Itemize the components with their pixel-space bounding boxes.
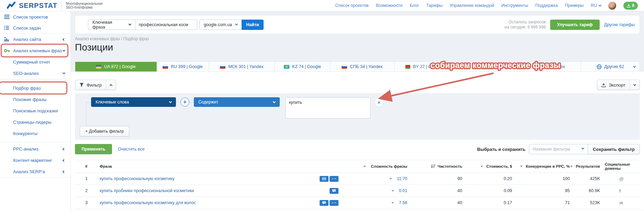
logo[interactable]: SERPSTAT Многофункциональная SEO-платфор… [7, 1, 103, 10]
sort-desc-icon [431, 164, 435, 168]
upgrade-plan-button[interactable]: Улучшить тариф [550, 20, 600, 30]
tab-spb-yandex[interactable]: СПБ 34 | Yandex [330, 62, 395, 71]
sidebar-item-competitors[interactable]: Конкуренты [0, 128, 70, 139]
more-options-icon[interactable] [330, 200, 338, 206]
chevron-down-icon [633, 83, 636, 86]
serpstat-app: SERPSTAT Многофункциональная SEO-платфор… [0, 0, 644, 211]
save-filter-label: Выбрать и сохранить [477, 147, 525, 152]
add-filter-button[interactable]: + Добавить фильтр [80, 126, 129, 136]
phrase-link[interactable]: купить профессиональную косметику [100, 176, 175, 181]
sidebar-item-tasks[interactable]: Список задач [0, 22, 70, 33]
dropdown-triangle-icon[interactable] [391, 202, 394, 204]
list-icon[interactable] [320, 176, 329, 182]
avatar[interactable] [608, 2, 616, 10]
sidebar-item-similar-phrases[interactable]: Похожие фразы [0, 94, 70, 105]
nav-features-link[interactable]: Возможности [376, 3, 402, 8]
key-icon [4, 48, 13, 53]
tab-ua-google[interactable]: UA 872 | Google [75, 62, 157, 71]
col-header-social: Социальные домены [600, 162, 640, 170]
nav-tools-link[interactable]: Инструменты [501, 3, 528, 8]
belarus-flag-icon [405, 65, 410, 69]
comment-icon[interactable] [320, 200, 329, 206]
language-selector[interactable]: RU [591, 3, 601, 8]
export-button[interactable]: Экспорт [597, 80, 640, 90]
col-header-competition[interactable]: Конкуренция в PPC, % [512, 164, 570, 168]
sidebar-item-phrase-selection[interactable]: Подбор фраз [0, 82, 70, 94]
search-input[interactable] [135, 20, 197, 30]
tab-kz-google[interactable]: KZ 74 | Google [275, 62, 330, 71]
tab-msk-yandex[interactable]: МСК 301 | Yandex [209, 62, 275, 71]
sidebar-item-content-marketing[interactable]: Контент-маркетинг [0, 155, 70, 166]
chevron-down-icon [235, 23, 238, 25]
funnel-icon [79, 83, 84, 87]
ukraine-flag-icon [96, 65, 101, 69]
sidebar-item-top-pages[interactable]: Страницы-лидеры [0, 116, 70, 128]
sidebar-item-search-suggestions[interactable]: Поисковые подсказки [0, 105, 70, 116]
nav-support-link[interactable]: Поддержка [535, 3, 558, 8]
row-number: 2 [75, 188, 100, 193]
comment-icon[interactable] [330, 188, 338, 194]
difficulty-value[interactable]: 7.56 [399, 200, 407, 205]
russia-flag-icon [220, 65, 225, 69]
other-plans-link[interactable]: Другие тарифы [604, 22, 635, 27]
nav-pricing-link[interactable]: Тарифы [426, 3, 442, 8]
russia-flag-icon [342, 65, 347, 69]
clear-all-link[interactable]: Очистить все [118, 147, 145, 152]
difficulty-value[interactable]: 0.01 [399, 188, 407, 193]
apply-button[interactable]: Применить [75, 144, 112, 154]
nav-examples-link[interactable]: Примеры [565, 3, 584, 8]
search-region-select[interactable]: google.com.ua [199, 20, 242, 30]
sidebar-item-site-analysis[interactable]: Анализ сайта [0, 34, 70, 45]
filter-field-select[interactable]: Ключевые слова [91, 97, 176, 107]
chevron-down-icon [599, 3, 601, 6]
col-header-frequency[interactable]: Частотность [407, 164, 462, 168]
difficulty-value[interactable]: 11.70 [397, 176, 407, 181]
sort-icon [520, 166, 523, 167]
search-panel: Ключевая фраза google.com.ua Найти Остал… [75, 15, 640, 34]
competition-value: 100 [512, 176, 570, 181]
search-type-select[interactable]: Ключевая фраза [88, 20, 135, 30]
results-value: 60.9K [570, 188, 600, 193]
dropdown-triangle-icon[interactable] [389, 178, 392, 180]
sidebar-item-keyword-analysis[interactable]: Анализ ключевых фраз [0, 45, 70, 56]
logo-separator [62, 1, 62, 10]
filter-condition-select[interactable]: Содержит [194, 97, 280, 107]
sidebar-item-serp-analysis[interactable]: Анализ SERP'a [0, 166, 70, 177]
filter-name-input[interactable] [529, 144, 588, 154]
more-options-icon[interactable] [330, 176, 338, 182]
nav-team-link[interactable]: Управление командой [449, 3, 494, 8]
frequency-value: 40 [407, 188, 462, 193]
page-title: Позиции [75, 42, 640, 53]
sidebar-item-projects[interactable]: Список проектов [0, 11, 70, 22]
search-button[interactable]: Найти [242, 20, 264, 30]
col-header-difficulty[interactable]: Сложность фразы [342, 164, 407, 168]
chevron-down-icon [169, 100, 172, 103]
sidebar-item-summary-report[interactable]: Суммарный отчет [0, 56, 70, 68]
top-bar: SERPSTAT Многофункциональная SEO-платфор… [0, 0, 644, 11]
tab-hidden-yandex[interactable]: Yandex [453, 62, 581, 71]
menu-icon [4, 15, 13, 19]
task-list-icon [4, 26, 13, 30]
nav-blog-link[interactable]: Блог [410, 3, 419, 8]
chevron-left-icon [63, 38, 65, 41]
filter-toggle-button[interactable]: Фильтр [75, 80, 116, 90]
filter-value-input[interactable]: купить [285, 97, 370, 119]
vk-icon: vk [619, 201, 623, 205]
col-header-cost[interactable]: Стоимость, $ [462, 164, 512, 168]
sidebar-item-ppc-analysis[interactable]: PPC-анализ [0, 143, 70, 155]
col-header-results[interactable]: Результатов [570, 164, 600, 168]
logo-tagline: Многофункциональная SEO-платформа [66, 2, 103, 9]
sidebar-item-seo-analysis[interactable]: SEO-анализ [0, 68, 70, 79]
phrase-link[interactable]: купить пробники профессиональной космети… [100, 188, 194, 193]
remove-filter-icon[interactable]: ✕ [375, 98, 383, 107]
downloads-badge[interactable]: 8 [623, 2, 638, 10]
site-analysis-icon [4, 37, 13, 42]
phrase-link[interactable]: купить профессиональную косметику для во… [100, 200, 196, 205]
tab-other-regions[interactable]: Другие 62 [581, 62, 640, 71]
dropdown-triangle-icon[interactable] [391, 190, 394, 192]
tab-by-google[interactable]: BY 27 | Google [395, 62, 453, 71]
nav-projects-link[interactable]: Список проектов [335, 3, 368, 8]
save-filter-button[interactable]: Сохранить фильтр [588, 144, 640, 154]
add-condition-icon[interactable]: + [180, 98, 189, 107]
tab-ru-google[interactable]: RU 399 | Google [157, 62, 209, 71]
